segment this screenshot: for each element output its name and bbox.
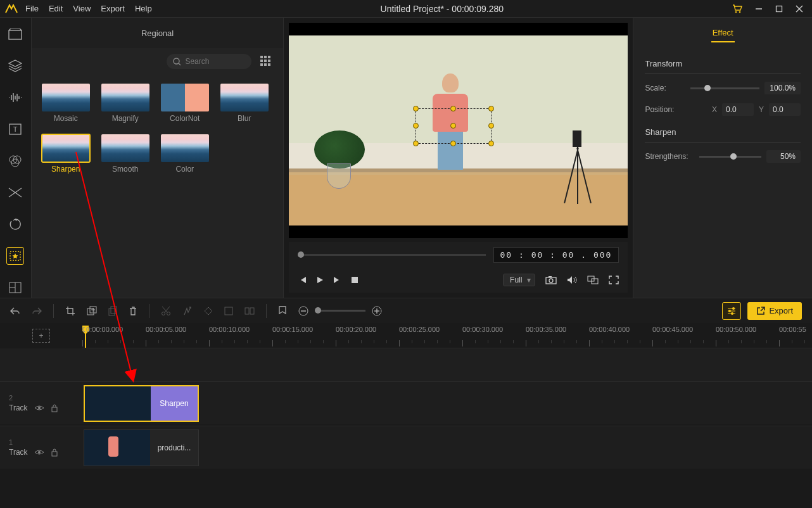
nav-text-icon[interactable]: T [6, 120, 24, 138]
clip-thumbnail [84, 430, 150, 466]
track-number: 1 [9, 438, 82, 446]
svg-rect-24 [260, 63, 263, 66]
strength-slider[interactable] [699, 156, 761, 158]
stop-icon[interactable] [351, 276, 358, 284]
close-icon[interactable] [796, 5, 803, 13]
svg-point-54 [731, 312, 733, 315]
copy-icon [108, 306, 117, 316]
play-icon[interactable] [315, 276, 324, 284]
menu-export[interactable]: Export [101, 4, 125, 13]
next-frame-icon[interactable] [333, 276, 342, 284]
speed-icon [182, 307, 193, 315]
effects-grid: Mosaic Magnify ColorNot Blur Sharpen Smo… [32, 75, 284, 182]
y-input[interactable]: 0.0 [769, 103, 801, 116]
preview-viewport[interactable] [289, 23, 628, 238]
menu-help[interactable]: Help [135, 4, 152, 13]
effect-label: Blur [238, 114, 251, 123]
scale-slider[interactable] [690, 87, 759, 89]
snapshot-icon[interactable] [545, 276, 557, 284]
nav-audio-icon[interactable] [6, 89, 24, 106]
x-label: X [712, 105, 717, 114]
nav-layers-icon[interactable] [6, 57, 24, 75]
minimize-icon[interactable] [755, 5, 763, 13]
search-input[interactable] [185, 57, 242, 66]
grid-view-icon[interactable] [260, 56, 272, 67]
maximize-icon[interactable] [775, 5, 783, 13]
volume-icon[interactable] [567, 276, 577, 284]
scrub-handle[interactable] [298, 251, 304, 258]
scale-value[interactable]: 100.0% [764, 82, 801, 94]
nav-elements-icon[interactable] [6, 215, 24, 233]
strength-label: Strengthens: [645, 152, 694, 161]
visibility-icon[interactable] [34, 448, 44, 456]
compare-icon[interactable] [587, 276, 599, 284]
svg-rect-37 [109, 308, 115, 315]
svg-rect-19 [264, 56, 267, 58]
zoom-in-icon[interactable] [372, 306, 382, 316]
nav-transitions-icon[interactable] [6, 184, 24, 201]
effect-label: Smooth [112, 165, 138, 174]
ruler-label: 00:00:25.000 [399, 326, 462, 333]
svg-point-29 [549, 279, 553, 283]
effect-color[interactable]: Color [161, 134, 209, 174]
clip-sharpen[interactable]: Sharpen [84, 385, 199, 422]
add-track-button[interactable]: + [32, 329, 50, 343]
window-title: Untitled Project* - 00:00:09.280 [152, 4, 732, 14]
x-input[interactable]: 0.0 [722, 103, 754, 116]
svg-rect-26 [268, 63, 270, 66]
add-clip-icon[interactable] [87, 306, 97, 316]
prev-frame-icon[interactable] [298, 276, 307, 284]
svg-rect-3 [777, 6, 782, 11]
svg-point-57 [38, 451, 41, 454]
menu-view[interactable]: View [73, 4, 91, 13]
effect-mosaic[interactable]: Mosaic [42, 84, 90, 123]
search-input-wrap[interactable] [167, 54, 251, 69]
effect-sharpen[interactable]: Sharpen [42, 134, 90, 174]
undo-icon[interactable] [10, 307, 20, 315]
app-logo [5, 3, 18, 15]
split-screen-icon [244, 307, 255, 315]
effect-magnify[interactable]: Magnify [101, 84, 149, 123]
timeline-ruler[interactable]: 00:00:00.00000:00:05.00000:00:10.00000:0… [82, 323, 812, 348]
menu-edit[interactable]: Edit [49, 4, 63, 13]
fullscreen-icon[interactable] [609, 276, 619, 284]
menu-file[interactable]: File [25, 4, 39, 13]
clip-label: producti... [150, 430, 198, 466]
visibility-icon[interactable] [34, 404, 44, 412]
preview-size-select[interactable]: Full [503, 274, 535, 286]
nav-media-icon[interactable] [6, 25, 24, 43]
lock-icon[interactable] [51, 403, 58, 412]
effect-colornot[interactable]: ColorNot [161, 84, 209, 123]
redo-icon[interactable] [32, 307, 42, 315]
delete-icon[interactable] [129, 306, 137, 316]
y-label: Y [759, 105, 764, 114]
track-row-1: 1 Track producti... [0, 426, 812, 469]
nav-split-icon[interactable] [6, 279, 24, 296]
marker-icon[interactable] [278, 306, 287, 316]
effect-blur[interactable]: Blur [220, 84, 269, 123]
effect-smooth[interactable]: Smooth [101, 134, 149, 174]
settings-sliders-icon[interactable] [722, 302, 741, 320]
preview-controls: Full [289, 267, 628, 293]
scrub-track[interactable] [298, 254, 485, 256]
track-head: 2 Track [0, 382, 82, 424]
svg-point-55 [38, 407, 41, 409]
lock-icon[interactable] [51, 448, 58, 457]
selection-box[interactable] [416, 108, 492, 144]
clip-video[interactable]: producti... [84, 429, 199, 466]
crop-icon[interactable] [65, 306, 75, 316]
zoom-slider[interactable] [315, 310, 365, 312]
zoom-out-icon[interactable] [298, 306, 308, 316]
strength-value[interactable]: 50% [766, 150, 801, 163]
nav-filters-icon[interactable] [6, 152, 24, 170]
menubar: File Edit View Export Help [25, 4, 152, 13]
effect-tab[interactable]: Effect [711, 24, 735, 42]
nav-effects-icon[interactable] [6, 247, 24, 265]
svg-point-39 [162, 312, 165, 315]
timecode: 00 : 00 : 00 . 000 [493, 247, 619, 263]
search-icon [173, 58, 181, 66]
cart-icon[interactable] [732, 4, 742, 13]
export-button[interactable]: Export [747, 302, 802, 320]
preview-area: 00 : 00 : 00 . 000 Full [283, 18, 633, 298]
svg-rect-30 [549, 276, 552, 277]
